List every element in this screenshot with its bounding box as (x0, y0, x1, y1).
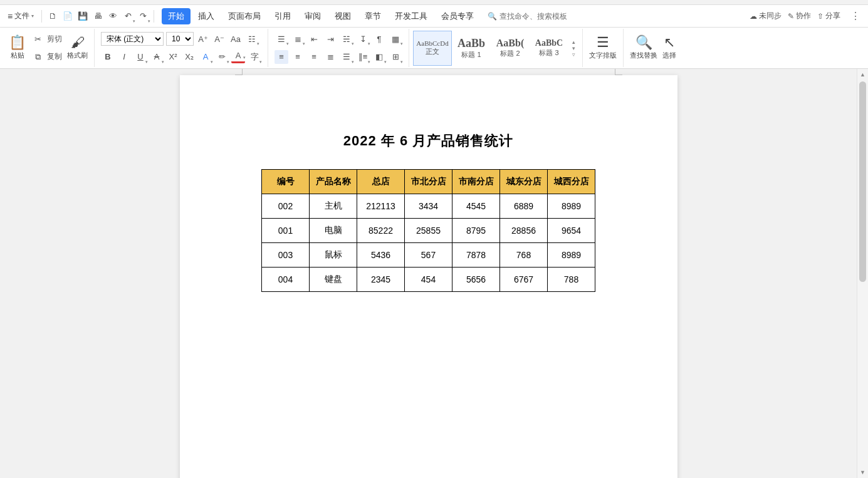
chevron-down-icon: ▾ (31, 13, 34, 19)
font-group: 宋体 (正文) 10 A⁺ A⁻ Aa ☷ B I U A X² X₂ A ✏ … (95, 29, 268, 67)
distribute-icon[interactable]: ☰ (340, 50, 353, 64)
cut-icon[interactable]: ✂ (31, 32, 44, 46)
collab-button[interactable]: ✎ 协作 (788, 11, 811, 21)
paragraph-group: ☰ ≣ ⇤ ⇥ ☵ ↧ ¶ ▦ ≡ ≡ ≡ ≣ ☰ ‖≡ ◧ ⊞ (268, 29, 409, 67)
open-icon[interactable]: 📄 (61, 9, 75, 23)
more-menu[interactable]: ⋮ (847, 10, 864, 22)
decrease-font-icon[interactable]: A⁻ (212, 32, 226, 46)
style-heading2[interactable]: AaBb( 标题 2 (491, 31, 530, 66)
subscript-icon[interactable]: X₂ (182, 50, 196, 64)
find-replace-button[interactable]: 🔍 查找替换 (627, 30, 660, 66)
copy-icon[interactable]: ⧉ (31, 50, 44, 64)
cursor-icon: ↖ (664, 36, 675, 49)
superscript-icon[interactable]: X² (166, 50, 180, 64)
style-heading3[interactable]: AaBbC 标题 3 (530, 31, 568, 66)
increase-font-icon[interactable]: A⁺ (196, 32, 210, 46)
search-icon: 🔍 (635, 36, 652, 49)
align-justify-icon[interactable]: ≣ (323, 50, 337, 64)
text-layout-group: ☰ 文字排版 (583, 29, 624, 67)
tab-member[interactable]: 会员专享 (435, 8, 480, 24)
font-color-icon[interactable]: A (231, 51, 245, 63)
cloud-icon: ☁ (750, 12, 757, 21)
align-center-icon[interactable]: ≡ (291, 50, 305, 64)
quick-access-row: ≡ 文件 ▾ 🗋 📄 💾 🖶 👁 ↶ ↷ 开始 插入 页面布局 引用 审阅 视图… (0, 5, 868, 28)
text-effects-icon[interactable]: A (199, 50, 212, 64)
editing-group: 🔍 查找替换 ↖ 选择 (624, 29, 682, 67)
font-name-select[interactable]: 宋体 (正文) (101, 32, 164, 46)
tab-review[interactable]: 审阅 (298, 8, 327, 24)
cut-label: 剪切 (47, 34, 62, 44)
collab-label: 协作 (796, 11, 811, 21)
paste-label: 粘贴 (11, 51, 24, 60)
format-painter-label: 格式刷 (67, 51, 88, 60)
align-left-icon[interactable]: ≡ (275, 50, 288, 64)
menu-tabs: 开始 插入 页面布局 引用 审阅 视图 章节 开发工具 会员专享 (162, 8, 480, 24)
select-button[interactable]: ↖ 选择 (660, 30, 679, 66)
increase-indent-icon[interactable]: ⇥ (323, 32, 337, 46)
tab-reference[interactable]: 引用 (268, 8, 297, 24)
text-direction-icon[interactable]: ☵ (340, 32, 353, 46)
collab-icon: ✎ (788, 12, 794, 21)
phonetic-guide-icon[interactable]: 字 (248, 50, 261, 64)
paste-icon: 📋 (9, 36, 26, 49)
print-preview-icon[interactable]: 👁 (106, 9, 120, 23)
share-label: 分享 (825, 11, 840, 21)
styles-more[interactable]: ▴▾▿ (568, 39, 578, 58)
tab-devtools[interactable]: 开发工具 (389, 8, 434, 24)
change-case-icon[interactable]: Aa (229, 32, 243, 46)
styles-group: AaBbCcDd 正文 AaBb 标题 1 AaBb( 标题 2 AaBbC 标… (409, 29, 583, 67)
format-painter-icon: 🖌 (71, 36, 85, 49)
hamburger-icon: ≡ (8, 11, 13, 21)
undo-button[interactable]: ↶ (121, 9, 135, 23)
separator (154, 10, 154, 23)
sync-label: 未同步 (759, 11, 782, 21)
show-marks-icon[interactable]: ¶ (372, 32, 386, 46)
share-icon: ⇧ (817, 12, 824, 21)
font-size-select[interactable]: 10 (166, 32, 194, 46)
paste-button[interactable]: 📋 粘贴 (6, 30, 28, 66)
tab-start[interactable]: 开始 (162, 8, 191, 24)
sync-status[interactable]: ☁ 未同步 (750, 11, 782, 21)
format-painter-button[interactable]: 🖌 格式刷 (65, 30, 90, 66)
tab-view[interactable]: 视图 (328, 8, 357, 24)
numbering-icon[interactable]: ≣ (291, 32, 305, 46)
tab-insert[interactable]: 插入 (192, 8, 221, 24)
print-icon[interactable]: 🖶 (91, 9, 105, 23)
bullets-icon[interactable]: ☰ (275, 32, 288, 46)
align-right-icon[interactable]: ≡ (307, 50, 321, 64)
text-layout-button[interactable]: ☰ 文字排版 (587, 30, 619, 66)
ribbon: 📋 粘贴 ✂ 剪切 ⧉ 复制 🖌 格式刷 宋体 (正文) (0, 28, 868, 69)
clipboard-group: 📋 粘贴 ✂ 剪切 ⧉ 复制 🖌 格式刷 (3, 29, 95, 67)
app-menu-button[interactable]: ≡ 文件 ▾ (4, 9, 38, 23)
strikethrough-icon[interactable]: A (150, 50, 164, 64)
clear-format-icon[interactable]: ☷ (245, 32, 259, 46)
copy-label: 复制 (47, 51, 62, 62)
command-search[interactable]: 🔍 (488, 12, 587, 21)
save-icon[interactable]: 💾 (76, 9, 90, 23)
tab-layout[interactable]: 页面布局 (222, 8, 267, 24)
bold-icon[interactable]: B (101, 50, 115, 64)
text-layout-icon: ☰ (597, 36, 609, 49)
borders-icon[interactable]: ▦ (389, 32, 402, 46)
share-button[interactable]: ⇧ 分享 (817, 11, 840, 21)
sort-icon[interactable]: ↧ (356, 32, 370, 46)
file-label: 文件 (14, 11, 29, 21)
new-doc-icon[interactable]: 🗋 (46, 9, 60, 23)
redo-button[interactable]: ↷ (136, 9, 150, 23)
underline-icon[interactable]: U (133, 50, 147, 64)
shading-icon[interactable]: ◧ (372, 50, 386, 64)
separator (41, 10, 42, 23)
search-icon: 🔍 (488, 12, 497, 21)
style-body[interactable]: AaBbCcDd 正文 (413, 31, 452, 66)
line-spacing-icon[interactable]: ‖≡ (356, 50, 370, 64)
tab-strip (0, 0, 868, 5)
highlight-icon[interactable]: ✏ (215, 50, 229, 64)
search-input[interactable] (499, 12, 587, 21)
tab-chapter[interactable]: 章节 (358, 8, 387, 24)
decrease-indent-icon[interactable]: ⇤ (307, 32, 321, 46)
italic-icon[interactable]: I (117, 50, 131, 64)
tabs-icon[interactable]: ⊞ (389, 50, 402, 64)
style-heading1[interactable]: AaBb 标题 1 (452, 31, 491, 66)
